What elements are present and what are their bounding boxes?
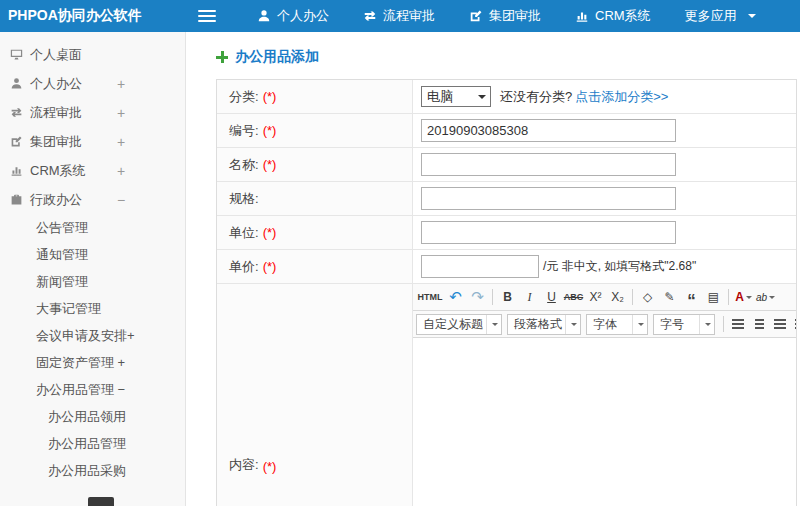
sidebar-label: 行政办公 — [30, 191, 82, 209]
hamburger-menu-icon[interactable] — [198, 10, 216, 22]
chevron-down-icon — [492, 323, 498, 329]
font-family-dropdown[interactable]: 字体 — [586, 314, 648, 335]
align-right-button[interactable] — [770, 314, 790, 334]
sidebar-item-office-supplies-purchase[interactable]: 办公用品采购 — [0, 457, 185, 484]
expander-icon[interactable]: + — [117, 76, 125, 92]
sidebar-label: 办公用品管理 — [48, 435, 126, 453]
code-label: 编号: (*) — [217, 114, 413, 147]
field-label: 单价: — [229, 258, 259, 276]
underline-button[interactable]: U — [541, 287, 562, 308]
sidebar-label: 个人办公 — [30, 75, 82, 93]
top-nav: 个人办公 流程审批 集团审批 CRM系统 更多应用 — [240, 0, 773, 32]
editor-content-area[interactable] — [413, 338, 796, 506]
page-break-button[interactable]: ▤ — [703, 287, 724, 308]
font-color-button[interactable]: A — [733, 287, 754, 308]
required-mark: (*) — [263, 157, 277, 172]
page-title-text: 办公用品添加 — [235, 48, 319, 66]
align-left-button[interactable] — [728, 314, 748, 334]
editor-toolbar-row1: HTML ↶ ↷ B I U ABC X² X₂ ◇ ✎ — [413, 284, 796, 311]
unit-label: 单位: (*) — [217, 216, 413, 249]
sidebar-item-personal-desktop[interactable]: 个人桌面 — [0, 40, 185, 69]
sidebar-item-crm[interactable]: CRM系统 + — [0, 156, 185, 185]
strikethrough-button[interactable]: ABC — [563, 287, 584, 308]
sidebar-item-notice-mgmt[interactable]: 通知管理 — [0, 241, 185, 268]
sidebar-item-office-supplies-management[interactable]: 办公用品管理 — [0, 430, 185, 457]
sidebar-item-fixed-assets-mgmt[interactable]: 固定资产管理 + — [0, 349, 185, 376]
expander-icon[interactable]: + — [117, 134, 125, 150]
rich-text-editor: HTML ↶ ↷ B I U ABC X² X₂ ◇ ✎ — [413, 284, 796, 506]
expander-icon[interactable]: + — [117, 163, 125, 179]
required-mark: (*) — [263, 225, 277, 240]
paragraph-format-dropdown[interactable]: 段落格式 — [507, 314, 581, 335]
sidebar-item-office-supplies-mgmt[interactable]: 办公用品管理 − — [0, 376, 185, 403]
sidebar-label: 办公用品领用 — [48, 408, 126, 426]
subscript-button[interactable]: X₂ — [607, 287, 628, 308]
sidebar-item-personal-office[interactable]: 个人办公 + — [0, 69, 185, 98]
format-painter-button[interactable]: ✎ — [659, 287, 680, 308]
sidebar-item-meeting-mgmt[interactable]: 会议申请及安排+ — [0, 322, 185, 349]
nav-item-group-approval[interactable]: 集团审批 — [452, 0, 558, 32]
sidebar-label: 个人桌面 — [30, 46, 82, 64]
align-center-button[interactable] — [749, 314, 769, 334]
required-mark: (*) — [263, 89, 277, 104]
required-mark: (*) — [263, 459, 277, 474]
unit-input[interactable] — [421, 221, 676, 244]
nav-item-workflow-approval[interactable]: 流程审批 — [346, 0, 452, 32]
blockquote-button[interactable]: “ — [681, 287, 702, 308]
sidebar-item-admin-office[interactable]: 行政办公 − — [0, 185, 185, 214]
sidebar-label: 通知管理 — [36, 246, 88, 264]
spec-value-cell — [413, 182, 796, 215]
content-label: 内容: (*) — [217, 284, 413, 506]
name-row: 名称: (*) — [217, 148, 796, 182]
spec-input[interactable] — [421, 187, 676, 210]
undo-button[interactable]: ↶ — [445, 287, 466, 308]
price-input[interactable] — [421, 255, 539, 278]
sidebar: 个人桌面 个人办公 + 流程审批 + 集团审批 + CRM系统 + 行政办公 − — [0, 32, 186, 506]
html-source-button[interactable]: HTML — [416, 287, 444, 308]
font-color-glyph: A — [735, 290, 744, 304]
justify-icon — [795, 319, 796, 321]
nav-item-crm[interactable]: CRM系统 — [558, 0, 668, 32]
edit-icon — [10, 135, 23, 148]
content-row: 内容: (*) HTML ↶ ↷ B I U ABC — [217, 284, 796, 506]
sidebar-item-news-mgmt[interactable]: 新闻管理 — [0, 268, 185, 295]
redo-button[interactable]: ↷ — [467, 287, 488, 308]
code-input[interactable] — [421, 119, 676, 142]
sidebar-item-workflow-approval[interactable]: 流程审批 + — [0, 98, 185, 127]
highlight-color-button[interactable]: ab — [755, 287, 776, 308]
sidebar-item-group-approval[interactable]: 集团审批 + — [0, 127, 185, 156]
chevron-down-icon — [746, 296, 752, 302]
chevron-down-icon — [638, 323, 644, 329]
highlight-color-glyph: ab — [756, 292, 767, 303]
name-input[interactable] — [421, 153, 676, 176]
nav-item-personal-office[interactable]: 个人办公 — [240, 0, 346, 32]
field-label: 名称: — [229, 156, 259, 174]
collapse-icon[interactable]: − — [117, 192, 125, 208]
sidebar-item-events-mgmt[interactable]: 大事记管理 — [0, 295, 185, 322]
remove-format-button[interactable]: ◇ — [637, 287, 658, 308]
nav-label: 更多应用 — [685, 7, 737, 25]
nav-label: 个人办公 — [277, 7, 329, 25]
superscript-button[interactable]: X² — [585, 287, 606, 308]
sidebar-item-office-supplies-requisition[interactable]: 办公用品领用 — [0, 403, 185, 430]
dropdown-label: 字体 — [593, 316, 617, 333]
category-row: 分类: (*) 电脑 还没有分类? 点击添加分类>> — [217, 80, 796, 114]
edit-icon — [469, 9, 483, 23]
heading-dropdown[interactable]: 自定义标题 — [416, 314, 502, 335]
justify-button[interactable] — [791, 314, 796, 334]
bold-button[interactable]: B — [497, 287, 518, 308]
align-center-icon — [755, 319, 764, 321]
add-category-link[interactable]: 点击添加分类>> — [575, 88, 668, 106]
italic-button[interactable]: I — [519, 287, 540, 308]
flow-icon — [363, 9, 377, 23]
nav-item-more-apps[interactable]: 更多应用 — [668, 0, 773, 32]
category-select[interactable]: 电脑 — [421, 86, 491, 107]
office-supply-form: 分类: (*) 电脑 还没有分类? 点击添加分类>> 编号: (*) — [216, 79, 797, 506]
dropdown-label: 段落格式 — [514, 316, 562, 333]
expander-icon[interactable]: + — [117, 105, 125, 121]
sidebar-item-announcement-mgmt[interactable]: 公告管理 — [0, 214, 185, 241]
font-size-dropdown[interactable]: 字号 — [653, 314, 715, 335]
category-hint: 还没有分类? — [500, 88, 572, 106]
required-mark: (*) — [263, 123, 277, 138]
dropdown-caret-box — [699, 315, 714, 334]
